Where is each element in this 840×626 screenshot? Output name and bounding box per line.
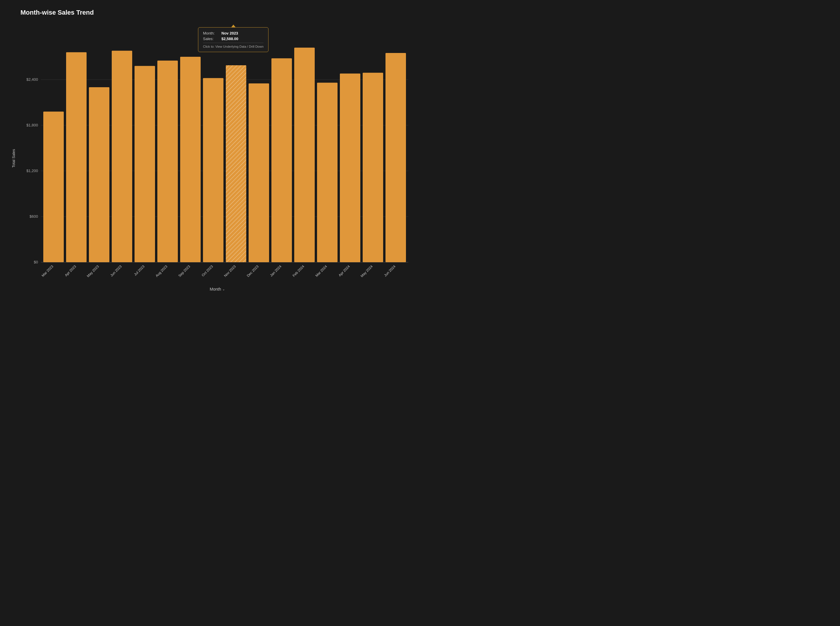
svg-text:May 2024: May 2024 xyxy=(360,264,373,278)
svg-text:Feb 2024: Feb 2024 xyxy=(292,264,305,278)
svg-text:Nov 2023: Nov 2023 xyxy=(223,264,237,278)
svg-text:$2,400: $2,400 xyxy=(27,77,38,81)
x-axis-label: Month ⌄ xyxy=(210,287,225,291)
svg-rect-32 xyxy=(272,58,292,262)
svg-text:$600: $600 xyxy=(30,214,38,219)
svg-text:$1,200: $1,200 xyxy=(27,169,38,173)
svg-text:Oct 2023: Oct 2023 xyxy=(201,264,214,277)
svg-rect-30 xyxy=(248,83,269,262)
svg-text:$1,800: $1,800 xyxy=(27,123,38,127)
svg-text:Mar 2023: Mar 2023 xyxy=(41,264,54,278)
svg-text:Sep 2023: Sep 2023 xyxy=(178,264,191,278)
svg-rect-20 xyxy=(134,66,155,262)
svg-text:May 2023: May 2023 xyxy=(86,264,100,278)
svg-rect-18 xyxy=(112,51,132,262)
chevron-down-icon: ⌄ xyxy=(222,287,225,291)
svg-text:Aug 2023: Aug 2023 xyxy=(155,264,168,278)
chart-title: Month-wise Sales Trend xyxy=(20,9,414,16)
bar-chart-svg: $0$600$1,200$1,800$2,400Mar 2023Apr 2023… xyxy=(20,25,414,280)
svg-text:Apr 2023: Apr 2023 xyxy=(64,264,77,277)
svg-text:Dec 2023: Dec 2023 xyxy=(246,264,259,278)
chart-container: Month-wise Sales Trend Total Sales $0$60… xyxy=(0,0,420,313)
svg-text:Apr 2024: Apr 2024 xyxy=(338,264,351,277)
svg-text:Jan 2024: Jan 2024 xyxy=(269,264,282,277)
svg-rect-34 xyxy=(294,48,315,262)
svg-rect-24 xyxy=(180,57,201,262)
svg-text:Jul 2023: Jul 2023 xyxy=(133,264,145,277)
svg-rect-36 xyxy=(317,83,337,262)
svg-rect-12 xyxy=(43,111,64,262)
chart-inner: $0$600$1,200$1,800$2,400Mar 2023Apr 2023… xyxy=(20,25,414,280)
svg-rect-16 xyxy=(89,87,109,262)
svg-rect-38 xyxy=(340,74,360,262)
svg-rect-42 xyxy=(386,53,406,262)
svg-rect-22 xyxy=(157,61,178,262)
y-axis-label: Total Sales xyxy=(11,149,16,168)
chart-area: Total Sales $0$600$1,200$1,800$2,400Mar … xyxy=(20,25,414,291)
svg-text:Jun 2024: Jun 2024 xyxy=(383,264,396,277)
svg-text:Jun 2023: Jun 2023 xyxy=(109,264,123,277)
svg-rect-14 xyxy=(66,52,87,262)
svg-rect-26 xyxy=(203,78,223,262)
svg-rect-28 xyxy=(226,65,246,262)
svg-text:$0: $0 xyxy=(34,260,38,264)
svg-rect-40 xyxy=(363,73,383,262)
svg-text:Mar 2024: Mar 2024 xyxy=(314,264,328,278)
